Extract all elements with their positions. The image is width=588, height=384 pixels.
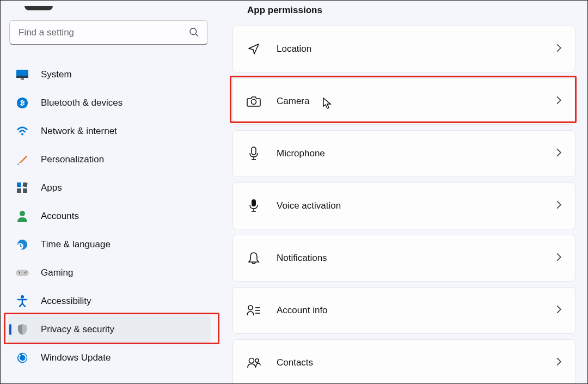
svg-line-1 xyxy=(195,34,198,36)
svg-rect-10 xyxy=(23,188,27,193)
chevron-right-icon xyxy=(556,200,562,212)
bluetooth-icon xyxy=(16,96,29,109)
sidebar-item-accounts[interactable]: Accounts xyxy=(8,202,211,230)
chevron-right-icon xyxy=(556,357,562,369)
person-icon xyxy=(16,210,29,223)
sidebar-item-privacy-security[interactable]: Privacy & security xyxy=(8,315,211,344)
sidebar-item-gaming[interactable]: Gaming xyxy=(8,259,211,287)
voice-activation-icon xyxy=(246,198,261,214)
permission-card-contacts[interactable]: Contacts xyxy=(232,339,575,384)
camera-icon xyxy=(246,94,261,109)
sidebar-item-label: Network & internet xyxy=(41,126,117,137)
sidebar-item-label: Accounts xyxy=(41,211,79,222)
chevron-right-icon xyxy=(556,148,562,160)
chevron-right-icon xyxy=(556,43,562,55)
avatar xyxy=(24,6,53,10)
microphone-icon xyxy=(246,146,261,161)
chevron-right-icon xyxy=(556,304,562,316)
sidebar-item-bluetooth[interactable]: Bluetooth & devices xyxy=(8,89,211,117)
sidebar-item-label: Privacy & security xyxy=(41,324,114,335)
svg-rect-4 xyxy=(21,78,24,80)
search-input[interactable] xyxy=(9,20,208,45)
sidebar-item-label: Time & language xyxy=(41,239,111,250)
sidebar-item-label: Apps xyxy=(41,182,62,193)
sidebar-item-label: Gaming xyxy=(41,267,74,278)
sidebar-item-network[interactable]: Network & internet xyxy=(8,117,211,145)
sidebar-item-time-language[interactable]: Time & language xyxy=(8,230,211,259)
permission-card-account-info[interactable]: Account info xyxy=(232,287,575,334)
card-label: Contacts xyxy=(277,357,313,368)
svg-point-16 xyxy=(24,272,26,273)
card-label: Camera xyxy=(277,96,309,107)
sidebar-item-label: Personalization xyxy=(41,154,104,165)
wifi-icon xyxy=(16,125,29,138)
card-label: Microphone xyxy=(277,148,325,159)
card-label: Notifications xyxy=(277,253,327,264)
accessibility-icon xyxy=(16,295,29,308)
permission-card-notifications[interactable]: Notifications xyxy=(232,235,575,282)
svg-point-33 xyxy=(255,359,259,362)
location-icon xyxy=(246,41,261,57)
svg-rect-3 xyxy=(16,76,28,78)
svg-point-6 xyxy=(21,133,23,135)
svg-point-17 xyxy=(18,271,19,272)
svg-rect-25 xyxy=(252,199,256,206)
svg-rect-8 xyxy=(22,182,27,187)
sidebar-item-system[interactable]: System xyxy=(8,60,211,89)
svg-rect-7 xyxy=(17,182,21,187)
sidebar-item-label: Accessibility xyxy=(41,296,91,307)
sidebar-item-label: System xyxy=(41,69,72,80)
main-content: App permissions Location Camera xyxy=(218,1,587,383)
account-info-icon xyxy=(246,303,261,318)
sidebar-item-accessibility[interactable]: Accessibility xyxy=(8,287,211,315)
card-label: Account info xyxy=(277,305,328,316)
nav-list: System Bluetooth & devices Network & int… xyxy=(8,60,211,372)
sidebar: System Bluetooth & devices Network & int… xyxy=(1,1,218,383)
section-title: App permissions xyxy=(247,5,575,16)
sidebar-item-label: Windows Update xyxy=(41,352,111,363)
permission-card-microphone[interactable]: Microphone xyxy=(232,130,575,177)
svg-rect-22 xyxy=(252,147,256,155)
svg-point-32 xyxy=(249,358,254,363)
search-icon xyxy=(188,27,199,40)
search-field-wrap xyxy=(9,20,208,45)
svg-point-21 xyxy=(252,100,256,105)
permission-card-camera[interactable]: Camera xyxy=(232,78,575,125)
bell-icon xyxy=(246,251,261,266)
svg-point-28 xyxy=(248,306,253,310)
sidebar-item-apps[interactable]: Apps xyxy=(8,174,211,202)
paintbrush-icon xyxy=(16,153,29,166)
sidebar-item-label: Bluetooth & devices xyxy=(41,97,122,108)
chevron-right-icon xyxy=(556,95,562,107)
sidebar-item-windows-update[interactable]: Windows Update xyxy=(8,344,211,372)
shield-icon xyxy=(16,323,29,336)
permission-card-location[interactable]: Location xyxy=(232,26,575,72)
clock-globe-icon xyxy=(16,238,29,251)
card-label: Location xyxy=(277,44,311,54)
svg-point-19 xyxy=(21,295,24,298)
svg-point-18 xyxy=(26,271,27,272)
update-icon xyxy=(16,351,29,364)
svg-rect-9 xyxy=(17,188,21,193)
svg-point-15 xyxy=(19,272,20,273)
svg-point-0 xyxy=(190,28,197,35)
card-label: Voice activation xyxy=(277,200,341,211)
svg-rect-14 xyxy=(16,270,29,276)
svg-point-11 xyxy=(20,211,25,216)
apps-icon xyxy=(16,181,29,194)
sidebar-item-personalization[interactable]: Personalization xyxy=(8,145,211,174)
contacts-icon xyxy=(246,355,261,370)
gamepad-icon xyxy=(16,266,29,279)
permission-cards: Location Camera Microphone xyxy=(232,26,575,384)
chevron-right-icon xyxy=(556,252,562,264)
permission-card-voice-activation[interactable]: Voice activation xyxy=(232,182,575,229)
display-icon xyxy=(16,68,29,81)
